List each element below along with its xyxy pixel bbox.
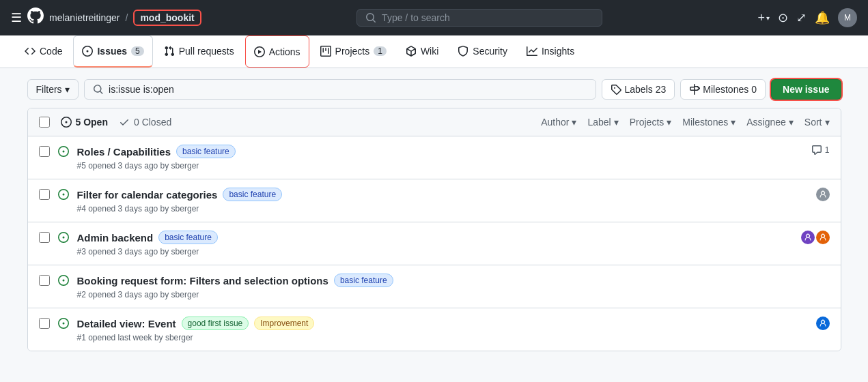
- issue-label[interactable]: basic feature: [176, 145, 236, 158]
- chevron-down-icon: ▾: [65, 84, 70, 95]
- labels-button[interactable]: Labels 23: [602, 79, 675, 100]
- nav-item-code[interactable]: Code: [16, 35, 70, 68]
- open-issue-icon: [61, 117, 72, 128]
- table-row: Admin backend basic feature #3 opened 3 …: [28, 222, 841, 265]
- issue-meta: #4 opened 3 days ago by sberger: [77, 204, 808, 214]
- assignee-filter-button[interactable]: Assignee ▾: [746, 117, 794, 128]
- labels-count: 23: [656, 84, 667, 95]
- table-row: Booking request form: Filters and select…: [28, 265, 841, 308]
- insights-icon: [527, 46, 537, 57]
- issue-label[interactable]: basic feature: [334, 274, 393, 287]
- projects-badge: 1: [374, 46, 387, 56]
- open-issue-icon: [58, 318, 69, 329]
- hamburger-icon[interactable]: ☰: [11, 10, 22, 25]
- create-button[interactable]: + ▾: [757, 11, 770, 25]
- open-issues-count[interactable]: 5 Open: [61, 117, 108, 128]
- nav-item-issues[interactable]: Issues 5: [73, 35, 152, 68]
- search-icon-small: [93, 84, 103, 95]
- nav-slash: /: [126, 12, 128, 23]
- issue-label[interactable]: basic feature: [223, 188, 282, 201]
- nav-item-wiki[interactable]: Wiki: [397, 35, 447, 68]
- avatar: [816, 188, 830, 201]
- issues-label: Issues: [97, 46, 127, 57]
- search-box[interactable]: Type / to search: [356, 9, 602, 27]
- issue-title[interactable]: Filter for calendar categories: [77, 189, 218, 201]
- issue-label-good-first[interactable]: good first issue: [182, 317, 249, 330]
- notifications-icon[interactable]: 🔔: [815, 10, 830, 25]
- actions-icon: [254, 46, 265, 57]
- chevron-down-icon: ▾: [614, 117, 619, 128]
- wiki-label: Wiki: [421, 46, 438, 57]
- nav-item-pr[interactable]: Pull requests: [156, 35, 242, 68]
- comment-count[interactable]: 1: [811, 145, 830, 156]
- open-issue-icon: [58, 189, 69, 200]
- avatar: [816, 231, 830, 244]
- issue-right: 1: [811, 145, 830, 156]
- milestones-count: 0: [751, 84, 757, 95]
- milestones-label: Milestones: [703, 84, 748, 95]
- label-filter-button[interactable]: Label ▾: [587, 117, 618, 128]
- issue-checkbox[interactable]: [39, 275, 50, 286]
- open-issue-icon: [58, 275, 69, 286]
- issue-checkbox[interactable]: [39, 146, 50, 157]
- sort-button[interactable]: Sort ▾: [804, 117, 830, 128]
- select-all-checkbox[interactable]: [39, 117, 50, 128]
- search-placeholder: Type / to search: [382, 12, 450, 23]
- open-issue-icon: [58, 232, 69, 243]
- labels-label: Labels: [624, 84, 652, 95]
- issue-content: Detailed view: Event good first issue Im…: [77, 317, 808, 342]
- filters-button[interactable]: Filters ▾: [27, 79, 79, 100]
- issue-title-row: Detailed view: Event good first issue Im…: [77, 317, 808, 330]
- milestones-button[interactable]: Milestones 0: [680, 79, 766, 100]
- chevron-down-icon: ▾: [572, 117, 576, 128]
- issues-icon[interactable]: ⊙: [778, 10, 788, 25]
- issue-title-row: Booking request form: Filters and select…: [77, 274, 822, 287]
- issue-search-wrapper[interactable]: [84, 79, 597, 100]
- nav-username[interactable]: melanietreitinger: [49, 12, 120, 23]
- chevron-down-icon: ▾: [667, 117, 671, 128]
- repo-navigation: Code Issues 5 Pull requests Actions Proj…: [0, 35, 868, 68]
- wiki-icon: [406, 46, 417, 57]
- closed-issues-count[interactable]: 0 Closed: [119, 117, 171, 128]
- nav-item-actions[interactable]: Actions: [245, 35, 309, 68]
- milestone-icon: [689, 84, 700, 95]
- nav-item-insights[interactable]: Insights: [518, 35, 583, 68]
- avatar[interactable]: M: [838, 8, 857, 27]
- issue-title[interactable]: Booking request form: Filters and select…: [77, 275, 328, 286]
- chevron-down-icon: ▾: [825, 117, 830, 128]
- issue-content: Filter for calendar categories basic fea…: [77, 188, 808, 214]
- nav-item-security[interactable]: Security: [449, 35, 516, 68]
- pullrequest-icon[interactable]: ⤢: [796, 10, 807, 25]
- author-filter-button[interactable]: Author ▾: [541, 117, 576, 128]
- projects-filter-button[interactable]: Projects ▾: [630, 117, 672, 128]
- filter-right: Labels 23 Milestones 0 New issue: [602, 79, 841, 100]
- issue-search-input[interactable]: [109, 84, 587, 95]
- issue-label[interactable]: basic feature: [158, 231, 218, 244]
- issue-content: Admin backend basic feature #3 opened 3 …: [77, 231, 793, 256]
- issue-right: [816, 317, 830, 330]
- insights-label: Insights: [542, 46, 574, 57]
- github-logo[interactable]: [27, 8, 44, 28]
- code-label: Code: [40, 46, 62, 57]
- open-issue-icon: [58, 146, 69, 157]
- table-row: Filter for calendar categories basic fea…: [28, 179, 841, 222]
- issue-meta: #3 opened 3 days ago by sberger: [77, 247, 793, 256]
- issue-content: Roles / Capabilities basic feature #5 op…: [77, 145, 803, 171]
- table-row: Roles / Capabilities basic feature #5 op…: [28, 136, 841, 179]
- issue-checkbox[interactable]: [39, 318, 50, 329]
- milestones-filter-button[interactable]: Milestones ▾: [682, 117, 736, 128]
- issue-title[interactable]: Roles / Capabilities: [77, 146, 171, 158]
- issue-checkbox[interactable]: [39, 232, 50, 243]
- issue-title[interactable]: Admin backend: [77, 232, 154, 244]
- nav-item-projects[interactable]: Projects 1: [312, 35, 395, 68]
- issue-title[interactable]: Detailed view: Event: [77, 318, 176, 329]
- nav-repo[interactable]: mod_bookit: [133, 10, 201, 26]
- issue-right: [816, 188, 830, 201]
- actions-label: Actions: [269, 46, 300, 57]
- issue-meta: #1 opened last week by sberger: [77, 333, 808, 342]
- pr-label: Pull requests: [179, 46, 234, 57]
- issue-checkbox[interactable]: [39, 189, 50, 200]
- new-issue-button[interactable]: New issue: [771, 79, 841, 100]
- issue-label-improvement[interactable]: Improvement: [254, 317, 314, 330]
- issue-content: Booking request form: Filters and select…: [77, 274, 822, 299]
